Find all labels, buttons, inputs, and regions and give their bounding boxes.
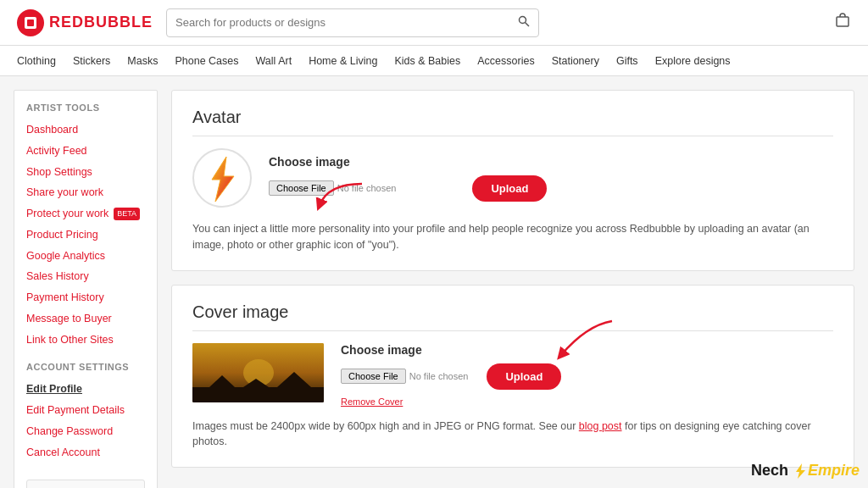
- cover-choose-area: Choose image Choose File No file chosen …: [341, 343, 561, 407]
- sidebar: ARTIST TOOLS Dashboard Activity Feed Sho…: [14, 90, 158, 488]
- logo-icon: [17, 9, 44, 36]
- cover-image-svg: [192, 343, 324, 402]
- sidebar-item-protect-work[interactable]: Protect your work Beta: [26, 203, 145, 225]
- sidebar-item-edit-payment[interactable]: Edit Payment Details: [26, 400, 145, 421]
- svg-point-2: [520, 17, 526, 24]
- search-input[interactable]: [167, 16, 509, 29]
- cover-file-input-wrapper: Choose File No file chosen: [341, 369, 468, 384]
- cover-section-title: Cover image: [192, 302, 833, 331]
- cover-choose-label: Choose image: [341, 343, 561, 357]
- cart-icon: [834, 13, 851, 30]
- avatar-description: You can inject a little more personality…: [192, 221, 833, 253]
- cover-card: Cover image: [171, 285, 854, 469]
- watermark-text-black: Nech: [751, 462, 788, 479]
- svg-rect-8: [192, 387, 324, 402]
- sidebar-item-message-buyer[interactable]: Message to Buyer: [26, 308, 145, 330]
- cover-upload-row: Choose File No file chosen Upload: [341, 363, 561, 390]
- svg-rect-4: [837, 17, 849, 26]
- search-button[interactable]: [509, 15, 538, 30]
- avatar-preview: [192, 148, 252, 208]
- cover-preview: [192, 343, 324, 402]
- sidebar-item-shop-settings[interactable]: Shop Settings: [26, 162, 145, 183]
- remove-cover-link[interactable]: Remove Cover: [341, 396, 561, 407]
- svg-marker-5: [212, 157, 234, 202]
- search-icon: [518, 15, 530, 27]
- sidebar-item-google-analytics[interactable]: Google Analytics: [26, 246, 145, 267]
- nav-bar: Clothing Stickers Masks Phone Cases Wall…: [0, 46, 868, 76]
- watermark-text-yellow: Empire: [788, 462, 860, 479]
- nav-gifts[interactable]: Gifts: [616, 55, 638, 67]
- logo-text: REDBUBBLE: [49, 14, 153, 31]
- cover-description: Images must be 2400px wide by 600px high…: [192, 419, 833, 451]
- blog-post-link[interactable]: blog post: [579, 420, 622, 432]
- cover-upload-btn[interactable]: Upload: [487, 363, 561, 390]
- sidebar-item-sales-history[interactable]: Sales History: [26, 266, 145, 287]
- nav-clothing[interactable]: Clothing: [17, 55, 56, 67]
- beta-badge: Beta: [114, 208, 140, 221]
- nav-accessories[interactable]: Accessories: [477, 55, 534, 67]
- avatar-section: Choose image Choose File No file chosen: [192, 148, 833, 208]
- sidebar-item-share-work[interactable]: Share your work: [26, 182, 145, 203]
- svg-rect-1: [27, 19, 34, 26]
- sidebar-item-edit-profile[interactable]: Edit Profile: [26, 379, 145, 400]
- svg-line-3: [526, 23, 530, 27]
- cover-no-file-text: No file chosen: [409, 371, 469, 381]
- avatar-card: Avatar Choose image: [171, 90, 854, 271]
- header: REDBUBBLE: [0, 0, 868, 46]
- cover-choose-file-btn[interactable]: Choose File: [341, 369, 406, 384]
- artist-tools-title: ARTIST TOOLS: [26, 103, 145, 113]
- cart-button[interactable]: [834, 13, 851, 33]
- avatar-arrow-annotation: [311, 180, 370, 222]
- search-bar: [166, 8, 539, 37]
- sidebar-item-change-password[interactable]: Change Password: [26, 421, 145, 442]
- main-content: Avatar Choose image: [171, 90, 854, 468]
- sidebar-info-box: How satisfied are you with Redbubble tod…: [26, 480, 145, 488]
- cover-section-content: Choose image Choose File No file chosen …: [192, 343, 833, 407]
- sidebar-item-dashboard[interactable]: Dashboard: [26, 119, 145, 141]
- nav-kids-babies[interactable]: Kids & Babies: [394, 55, 460, 67]
- svg-marker-12: [796, 463, 805, 479]
- avatar-choose-area: Choose image Choose File No file chosen: [269, 155, 547, 202]
- sidebar-item-payment-history[interactable]: Payment History: [26, 287, 145, 308]
- sidebar-item-link-sites[interactable]: Link to Other Sites: [26, 330, 145, 351]
- page-layout: ARTIST TOOLS Dashboard Activity Feed Sho…: [0, 76, 868, 488]
- avatar-section-title: Avatar: [192, 108, 833, 136]
- header-icons: [834, 13, 851, 33]
- nav-masks[interactable]: Masks: [127, 55, 158, 67]
- nav-stickers[interactable]: Stickers: [73, 55, 110, 67]
- nav-stationery[interactable]: Stationery: [552, 55, 599, 67]
- protect-work-label: Protect your work: [26, 206, 108, 222]
- sidebar-item-activity-feed[interactable]: Activity Feed: [26, 141, 145, 162]
- nav-explore[interactable]: Explore designs: [655, 55, 731, 67]
- cover-arrow-annotation: [553, 317, 629, 368]
- avatar-upload-row: Choose File No file chosen: [269, 175, 547, 202]
- nav-wall-art[interactable]: Wall Art: [256, 55, 292, 67]
- sidebar-item-product-pricing[interactable]: Product Pricing: [26, 225, 145, 246]
- watermark-bolt-icon: [793, 463, 808, 480]
- account-settings-title: ACCOUNT SETTINGS: [26, 362, 145, 372]
- sidebar-item-cancel-account[interactable]: Cancel Account: [26, 442, 145, 463]
- avatar-upload-btn[interactable]: Upload: [472, 175, 547, 202]
- nav-phone-cases[interactable]: Phone Cases: [175, 55, 238, 67]
- watermark: Nech Empire: [751, 462, 860, 480]
- avatar-choose-label: Choose image: [269, 155, 547, 169]
- nav-home-living[interactable]: Home & Living: [309, 55, 377, 67]
- avatar-icon: [197, 152, 248, 203]
- logo-link[interactable]: REDBUBBLE: [17, 9, 153, 36]
